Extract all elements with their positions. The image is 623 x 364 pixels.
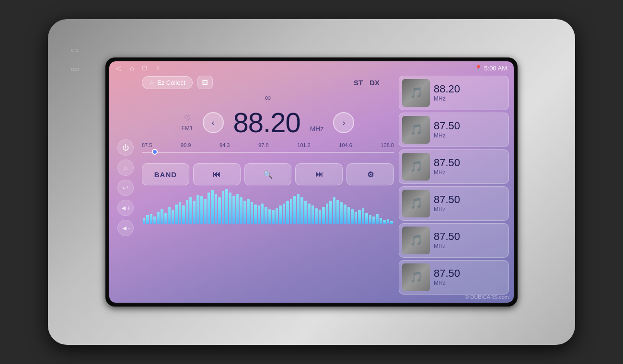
preset-thumb-img-1: 🎵 [402, 116, 430, 144]
scale-label-5: 104.6 [339, 142, 352, 148]
search-button[interactable]: 🔍 [244, 163, 292, 185]
square-nav-icon[interactable]: □ [142, 64, 146, 72]
preset-thumb-4: 🎵 [402, 227, 430, 254]
center-panel: ☆ Ez Collect 🖼 ST DX ∞ [142, 76, 394, 300]
band-label: FM1 [182, 125, 193, 132]
spectrum-visualizer [142, 190, 394, 224]
next-track-button[interactable]: ⏭ [295, 163, 343, 185]
vol-up-button[interactable]: ◄+ [117, 200, 134, 216]
status-bar: ◁ ⌂ □ ♀ 📍 5:00 AM [109, 61, 514, 74]
spectrum-bar-35 [268, 209, 271, 224]
scale-label-2: 94.3 [219, 142, 230, 148]
next-freq-button[interactable]: › [333, 112, 354, 133]
preset-thumb-2: 🎵 [402, 153, 430, 181]
spectrum-bar-21 [218, 197, 220, 224]
spectrum-bar-10 [179, 202, 181, 224]
spectrum-bar-6 [164, 213, 167, 224]
preset-freq-2: 87.50 [434, 158, 504, 168]
spectrum-bar-22 [222, 191, 224, 224]
spectrum-bar-23 [225, 189, 228, 224]
preset-thumb-img-4: 🎵 [402, 227, 430, 254]
heart-icon: ♡ [184, 114, 191, 123]
band-button[interactable]: BAND [142, 163, 189, 185]
spectrum-bar-9 [175, 205, 177, 224]
prev-track-button[interactable]: ⏮ [193, 163, 241, 185]
left-panel: ⏻ ⌂ ↩ ◄+ ◄- [114, 76, 137, 300]
preset-item-0[interactable]: 🎵 88.20 MHz [399, 76, 509, 110]
preset-info-5: 87.50 MHz [434, 268, 504, 286]
screen-bezel: ◁ ⌂ □ ♀ 📍 5:00 AM ⏻ ⌂ ↩ ◄+ ◄- [105, 57, 518, 307]
vol-down-button[interactable]: ◄- [117, 220, 134, 236]
home-button[interactable]: ⌂ [117, 159, 134, 176]
spectrum-bar-2 [150, 214, 152, 224]
preset-unit-4: MHz [434, 243, 504, 250]
spectrum-bar-39 [283, 204, 285, 224]
preset-item-3[interactable]: 🎵 87.50 MHz [399, 186, 509, 221]
collect-button[interactable]: ☆ Ez Collect [142, 76, 193, 89]
freq-unit-label: MHz [310, 125, 324, 133]
preset-item-2[interactable]: 🎵 87.50 MHz [399, 149, 509, 184]
preset-item-4[interactable]: 🎵 87.50 MHz [399, 223, 509, 258]
eq-button[interactable]: ⚙ [346, 163, 394, 185]
spectrum-bar-38 [279, 205, 281, 224]
prev-freq-button[interactable]: ‹ [203, 112, 224, 133]
spectrum-bar-3 [153, 216, 156, 224]
preset-freq-5: 87.50 [434, 268, 504, 279]
preset-unit-2: MHz [434, 169, 504, 176]
back-button[interactable]: ↩ [117, 180, 134, 196]
spectrum-bar-25 [232, 196, 235, 224]
mic-nav-icon[interactable]: ♀ [155, 64, 161, 72]
top-controls: ☆ Ez Collect 🖼 ST DX [142, 76, 394, 89]
scale-label-3: 97.8 [258, 142, 268, 148]
eq-icon: ⚙ [367, 170, 374, 179]
spectrum-bar-66 [380, 218, 382, 224]
spectrum-bar-7 [168, 207, 170, 224]
freq-scale-labels: 87.5 90.9 94.3 97.8 101.2 104.6 108.0 [142, 142, 394, 148]
spectrum-bar-24 [229, 193, 231, 224]
freq-scale-bar[interactable] [142, 152, 394, 153]
preset-thumb-0: 🎵 [402, 79, 430, 107]
spectrum-bar-19 [211, 190, 213, 224]
spectrum-bar-5 [161, 209, 163, 224]
preset-thumb-1: 🎵 [402, 116, 430, 144]
spectrum-bar-12 [186, 200, 188, 224]
freq-indicator[interactable] [152, 149, 158, 155]
back-nav-icon[interactable]: ◁ [116, 64, 121, 72]
car-frame: MIC RST ◁ ⌂ □ ♀ 📍 5:00 AM [48, 19, 575, 345]
screen: ◁ ⌂ □ ♀ 📍 5:00 AM ⏻ ⌂ ↩ ◄+ ◄- [109, 61, 514, 303]
spectrum-bar-44 [300, 197, 303, 224]
power-button[interactable]: ⏻ [117, 139, 134, 156]
st-label: ST [354, 79, 363, 87]
dx-label: DX [369, 79, 380, 87]
spectrum-bar-63 [369, 215, 371, 224]
spectrum-bar-62 [365, 213, 368, 224]
spectrum-bar-13 [189, 197, 192, 224]
preset-info-4: 87.50 MHz [434, 231, 504, 250]
preset-freq-3: 87.50 [434, 194, 504, 205]
spectrum-bar-53 [333, 197, 335, 224]
scale-label-1: 90.9 [181, 142, 191, 148]
preset-freq-0: 88.20 [434, 84, 504, 94]
location-icon: 📍 [474, 65, 482, 72]
preset-item-5[interactable]: 🎵 87.50 MHz [399, 260, 509, 295]
spectrum-bar-34 [265, 207, 267, 224]
spectrum-bar-67 [383, 220, 385, 224]
prev-track-icon: ⏮ [213, 170, 220, 179]
watermark: © DUBICARS.com [465, 294, 509, 300]
spectrum-bar-40 [286, 201, 288, 224]
next-track-icon: ⏭ [315, 170, 323, 179]
spectrum-bar-47 [312, 205, 314, 224]
spectrum-bar-68 [387, 219, 389, 224]
gallery-button[interactable]: 🖼 [197, 76, 213, 89]
preset-item-1[interactable]: 🎵 87.50 MHz [399, 113, 509, 147]
spectrum-bar-65 [376, 214, 378, 224]
home-nav-icon[interactable]: ⌂ [130, 64, 134, 72]
control-buttons: BAND ⏮ 🔍 ⏭ ⚙ [142, 163, 394, 185]
spectrum-bar-11 [182, 205, 185, 224]
preset-unit-1: MHz [434, 132, 504, 139]
spectrum-bar-41 [290, 199, 292, 224]
spectrum-bar-0 [143, 218, 145, 224]
spectrum-bar-36 [272, 210, 274, 224]
spectrum-bar-8 [172, 210, 174, 224]
spectrum-bar-31 [254, 205, 256, 224]
